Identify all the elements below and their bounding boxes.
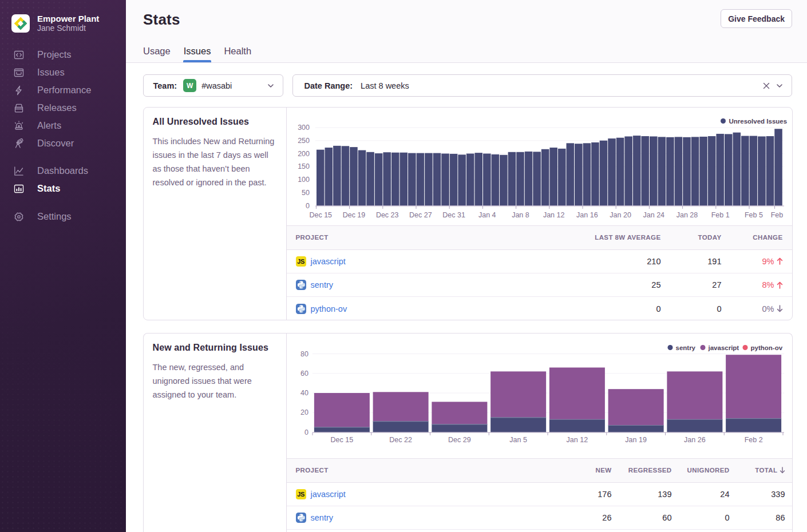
svg-text:Dec 27: Dec 27 [409, 211, 432, 219]
svg-text:300: 300 [298, 124, 310, 132]
svg-text:Unresolved Issues: Unresolved Issues [729, 118, 787, 125]
svg-text:50: 50 [302, 189, 310, 197]
svg-text:Jan 20: Jan 20 [610, 211, 631, 219]
svg-text:Jan 24: Jan 24 [643, 211, 664, 219]
svg-text:Jan 19: Jan 19 [625, 436, 647, 444]
svg-text:0: 0 [306, 202, 310, 210]
svg-text:20: 20 [300, 408, 308, 416]
svg-text:Dec 22: Dec 22 [389, 436, 412, 444]
svg-text:Jan 12: Jan 12 [543, 211, 564, 219]
svg-text:Dec 29: Dec 29 [448, 436, 471, 444]
svg-text:Feb 5: Feb 5 [744, 211, 762, 219]
svg-text:250: 250 [298, 137, 310, 145]
svg-text:Dec 19: Dec 19 [342, 211, 365, 219]
svg-text:Feb 1: Feb 1 [711, 211, 729, 219]
svg-text:Jan 26: Jan 26 [684, 436, 706, 444]
svg-text:Jan 28: Jan 28 [676, 211, 698, 219]
svg-text:Jan 8: Jan 8 [512, 211, 529, 219]
svg-text:40: 40 [300, 389, 308, 397]
svg-text:Jan 4: Jan 4 [478, 211, 496, 219]
svg-text:0: 0 [304, 428, 308, 436]
svg-text:100: 100 [298, 176, 310, 184]
svg-text:150: 150 [298, 162, 310, 170]
svg-text:60: 60 [300, 370, 308, 378]
svg-text:200: 200 [298, 150, 310, 158]
svg-text:sentry: sentry [675, 344, 695, 351]
svg-text:Dec 31: Dec 31 [442, 211, 465, 219]
svg-text:Dec 15: Dec 15 [309, 211, 332, 219]
svg-text:Feb 2: Feb 2 [744, 436, 762, 444]
svg-text:80: 80 [300, 350, 308, 358]
svg-text:Jan 5: Jan 5 [509, 436, 527, 444]
svg-text:Feb: Feb [770, 211, 783, 219]
svg-text:Jan 12: Jan 12 [566, 436, 588, 444]
svg-text:Jan 16: Jan 16 [576, 211, 598, 219]
svg-text:Dec 23: Dec 23 [375, 211, 398, 219]
svg-text:Dec 15: Dec 15 [330, 436, 353, 444]
svg-text:javascript: javascript [707, 344, 739, 351]
svg-text:python-ov: python-ov [750, 344, 782, 351]
